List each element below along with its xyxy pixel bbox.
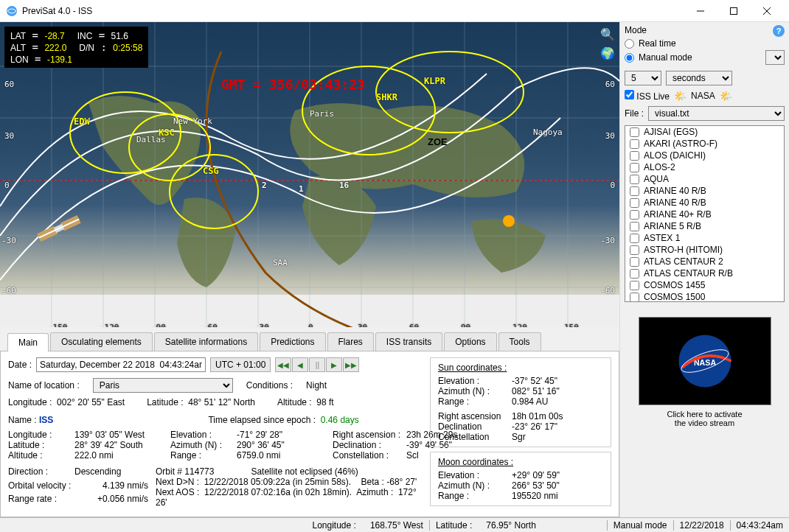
tab-satinfo[interactable]: Satellite informations [154, 332, 258, 351]
location-select[interactable]: Paris [93, 378, 233, 393]
utc-button[interactable]: UTC + 01:00 [210, 357, 271, 372]
svg-rect-30 [60, 215, 81, 231]
tab-predictions[interactable]: Predictions [260, 332, 325, 351]
pause-button[interactable]: || [309, 357, 325, 372]
satellite-name: ISS [39, 415, 53, 425]
globe-icon[interactable]: 🌍 [600, 46, 615, 60]
forward-fast-button[interactable]: ▶▶ [343, 357, 359, 372]
play-button[interactable]: ▶ [326, 357, 342, 372]
mode-dropdown[interactable] [765, 50, 785, 65]
zoom-icon[interactable]: 🔍 [600, 27, 615, 41]
tab-transits[interactable]: ISS transits [375, 332, 442, 351]
list-item[interactable]: AKARI (ASTRO-F) [625, 138, 784, 150]
list-item[interactable]: AQUA [625, 173, 784, 185]
main-panel: Date : UTC + 01:00 ◀◀ ◀ || ▶ ▶▶ Name of … [0, 351, 619, 517]
help-icon[interactable]: ? [773, 25, 785, 37]
date-label: Date : [8, 360, 32, 370]
list-item[interactable]: ASTRO-H (HITOMI) [625, 244, 784, 256]
list-item[interactable]: ALOS-2 [625, 161, 784, 173]
list-item[interactable]: COSMOS 1500 [625, 291, 784, 302]
svg-point-28 [503, 215, 515, 227]
step-value-select[interactable]: 5 [625, 71, 661, 85]
svg-point-27 [376, 52, 524, 133]
video-caption: Click here to activate the video stream [625, 410, 785, 427]
weather2-icon[interactable]: 🌤️ [720, 90, 732, 102]
step-unit-select[interactable]: seconds [666, 71, 732, 85]
city-nagoya: Nagoya [533, 127, 563, 137]
list-item[interactable]: ARIANE 40 R/B [625, 197, 784, 209]
svg-rect-31 [54, 224, 64, 233]
list-item[interactable]: COSMOS 1455 [625, 279, 784, 291]
tab-flares[interactable]: Flares [327, 332, 374, 351]
maximize-button[interactable] [717, 0, 750, 22]
mode-title: Mode [625, 25, 785, 35]
app-icon [6, 5, 18, 17]
list-item[interactable]: ATLAS CENTAUR 2 [625, 256, 784, 267]
city-paris: Paris [310, 109, 334, 119]
list-item[interactable]: ASTEX 1 [625, 232, 784, 244]
telemetry-overlay: LAT = -28.7 INC = 51.6 ALT = 222.0 D/N :… [4, 27, 148, 68]
tab-main[interactable]: Main [7, 333, 49, 351]
location-label: Name of location : [8, 380, 80, 391]
nasa-logo-icon: NASA [672, 332, 738, 391]
list-item[interactable]: AJISAI (EGS) [625, 126, 784, 138]
list-item[interactable]: ALOS (DAICHI) [625, 150, 784, 161]
file-select[interactable]: visual.txt [648, 106, 785, 121]
city-dallas: Dallas [136, 135, 166, 144]
list-item[interactable]: ARIANE 40 R/B [625, 185, 784, 197]
station-csg: CSG [203, 166, 219, 176]
list-item[interactable]: ARIANE 5 R/B [625, 220, 784, 232]
tab-bar: Main Osculating elements Satellite infor… [0, 330, 619, 351]
rewind-button[interactable]: ◀ [292, 357, 308, 372]
window-titlebar: PreviSat 4.0 - ISS [0, 0, 789, 22]
sun-coordinates: Sun coordinates : Elevation :-37° 52' 45… [430, 357, 611, 447]
map-overlay [0, 22, 619, 327]
list-item[interactable]: ARIANE 40+ R/B [625, 209, 784, 220]
list-item[interactable]: ATLAS CENTAUR R/B [625, 267, 784, 279]
gmt-clock: GMT = 356/03:43:23 [221, 77, 365, 92]
saa-label: SAA [273, 258, 288, 267]
radio-realtime[interactable]: Real time [625, 38, 785, 49]
video-stream-button[interactable]: NASA [639, 317, 771, 405]
conditions-value: Night [306, 380, 327, 391]
svg-rect-29 [37, 226, 58, 242]
iss-live-checkbox[interactable]: ISS Live [625, 90, 670, 102]
svg-line-32 [39, 219, 79, 237]
world-map[interactable]: LAT = -28.7 INC = 51.6 ALT = 222.0 D/N :… [0, 22, 619, 327]
weather-icon[interactable]: 🌤️ [674, 90, 687, 102]
minimize-button[interactable] [684, 0, 717, 22]
tab-options[interactable]: Options [444, 332, 496, 351]
station-shkr: SHKR [376, 92, 397, 102]
city-newyork: New York [173, 116, 212, 126]
station-edw: EDW [74, 116, 90, 127]
svg-rect-2 [730, 7, 737, 14]
tab-osculating[interactable]: Osculating elements [50, 332, 153, 351]
close-button[interactable] [750, 0, 783, 22]
tab-tools[interactable]: Tools [498, 332, 541, 351]
sidebar: ? Mode Real time Manual mode 5 seconds I… [619, 22, 789, 517]
rewind-fast-button[interactable]: ◀◀ [275, 357, 291, 372]
radio-manual[interactable]: Manual mode [625, 52, 762, 63]
status-bar: Longitude : 168.75° West Latitude : 76.9… [0, 517, 789, 532]
date-input[interactable] [36, 357, 206, 372]
conditions-label: Conditions : [246, 380, 293, 391]
station-klpr: KLPR [424, 76, 445, 86]
svg-point-0 [7, 6, 17, 16]
satellite-list[interactable]: AJISAI (EGS) AKARI (ASTRO-F) ALOS (DAICH… [625, 125, 785, 302]
moon-coordinates: Moon coordinates : Elevation :+29° 09' 5… [430, 452, 611, 506]
zoe-label: ZOE [428, 136, 448, 147]
window-title: PreviSat 4.0 - ISS [22, 6, 684, 16]
